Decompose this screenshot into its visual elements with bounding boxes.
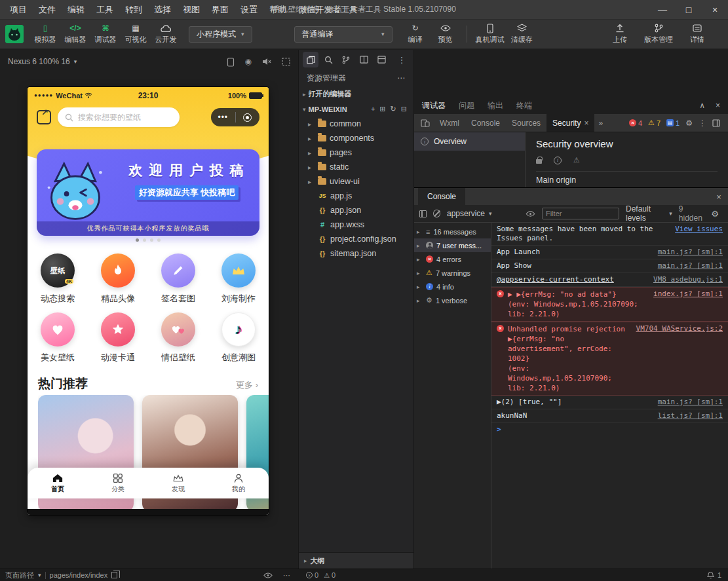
- capsule-menu-button[interactable]: •••: [211, 113, 235, 122]
- console-prompt[interactable]: >: [491, 423, 728, 436]
- console-message[interactable]: akunNaN list.js? [sm]:1: [491, 409, 728, 423]
- grid-item-beauty[interactable]: 美女壁纸: [28, 309, 88, 367]
- details-button[interactable]: 详情: [682, 21, 712, 47]
- settings-gear-icon[interactable]: ⚙: [685, 119, 693, 128]
- menu-edit[interactable]: 编辑: [62, 0, 90, 19]
- devtools-tab-sources[interactable]: Sources: [506, 114, 546, 132]
- console-settings-icon[interactable]: ⚙: [711, 209, 723, 219]
- menu-goto[interactable]: 转到: [119, 0, 148, 19]
- clear-console-icon[interactable]: [433, 210, 440, 217]
- tree-item-sitemap[interactable]: {}sitemap.json: [299, 246, 413, 261]
- console-message[interactable]: App Show main.js? [sm]:1: [491, 259, 728, 273]
- grid-item-signatures[interactable]: 签名套图: [148, 250, 208, 309]
- menu-interface[interactable]: 界面: [206, 0, 235, 19]
- cloud-dev-button[interactable]: 云开发: [151, 21, 181, 47]
- search-icon[interactable]: [320, 52, 336, 67]
- tab-categories[interactable]: 分类: [88, 468, 148, 498]
- tab-problems[interactable]: 问题: [459, 100, 474, 111]
- menu-settings[interactable]: 设置: [235, 0, 263, 19]
- tree-item-uview-ui[interactable]: ▸uview-ui: [299, 174, 413, 189]
- view-issues-link[interactable]: View issues: [675, 225, 723, 234]
- clear-cache-button[interactable]: 清缓存: [507, 21, 537, 47]
- console-drawer-tab[interactable]: Console: [418, 188, 465, 205]
- mute-icon[interactable]: [262, 58, 271, 66]
- explorer-more-icon[interactable]: ⋯: [397, 73, 406, 83]
- tab-debugger[interactable]: 调试器: [422, 100, 446, 111]
- compile-button[interactable]: ↻ 编译: [400, 21, 431, 47]
- tree-item-components[interactable]: ▸components: [299, 131, 413, 145]
- tree-item-project-config[interactable]: {}project.config.json: [299, 232, 413, 246]
- filter-info[interactable]: ▸i4 info: [414, 280, 491, 293]
- tree-item-app-wxss[interactable]: #app.wxss: [299, 217, 413, 232]
- grid-item-dynamic-search[interactable]: 壁纸4K 动态搜索: [28, 250, 88, 309]
- split-editor-icon[interactable]: [356, 52, 372, 67]
- version-control-button[interactable]: 版本管理: [642, 21, 676, 47]
- console-message[interactable]: @appservice-current-context VM8 asdebug.…: [491, 273, 728, 287]
- console-message[interactable]: ▶(2) [true, ""] main.js? [sm]:1: [491, 396, 728, 409]
- grid-item-bangs[interactable]: 刘海制作: [208, 250, 269, 309]
- source-link[interactable]: main.js? [sm]:1: [658, 248, 723, 257]
- mode-select[interactable]: 小程序模式 ▾: [189, 26, 252, 43]
- rotate-device-icon[interactable]: [227, 57, 235, 67]
- outline-section[interactable]: ▸ 大纲: [299, 552, 413, 569]
- problem-counts[interactable]: ×0 ⚠0: [306, 569, 335, 581]
- debugger-button[interactable]: ⌘ 调试器: [90, 21, 121, 47]
- devtools-tab-wxml[interactable]: Wxml: [434, 114, 465, 132]
- visualize-button[interactable]: ▦ 可视化: [121, 21, 151, 47]
- security-overview-item[interactable]: i Overview: [414, 132, 525, 151]
- compile-mode-select[interactable]: 普通编译 ▾: [294, 26, 393, 43]
- devtools-tab-console[interactable]: Console: [465, 114, 506, 132]
- more-icon[interactable]: ⋯: [283, 571, 290, 580]
- simulator-button[interactable]: ▯ 模拟器: [30, 21, 60, 47]
- close-drawer-icon[interactable]: ×: [710, 192, 728, 202]
- new-folder-icon[interactable]: ⊞: [379, 105, 385, 113]
- project-section[interactable]: ▾ MP-WEIXIN + ⊞ ↻ ⊟: [299, 102, 413, 117]
- source-link[interactable]: main.js? [sm]:1: [658, 398, 723, 407]
- more-link[interactable]: 更多 ›: [236, 379, 258, 391]
- device-toolbar-icon[interactable]: [417, 119, 434, 127]
- eye-icon[interactable]: [263, 572, 273, 578]
- grid-item-creative[interactable]: ♪ 创意潮图: [208, 309, 269, 367]
- record-icon[interactable]: ◉: [245, 57, 252, 66]
- devtools-kebab-icon[interactable]: ⋮: [699, 119, 706, 128]
- devtools-tab-security[interactable]: Security ×: [546, 114, 594, 132]
- console-message[interactable]: Some messages have been moved to the Iss…: [491, 223, 728, 246]
- source-link[interactable]: main.js? [sm]:1: [658, 261, 723, 271]
- context-selector[interactable]: appservice ▾: [447, 209, 519, 218]
- minimize-button[interactable]: —: [649, 0, 676, 19]
- collapse-panel-icon[interactable]: [374, 52, 389, 67]
- page-path-selector[interactable]: 页面路径: [5, 571, 34, 580]
- close-button[interactable]: ×: [702, 0, 728, 19]
- preview-button[interactable]: 预览: [431, 21, 461, 47]
- tab-profile[interactable]: 我的: [208, 468, 269, 498]
- source-link[interactable]: VM704 WAService.js:2: [636, 324, 723, 333]
- tab-discover[interactable]: 发现: [148, 468, 208, 498]
- menu-file[interactable]: 文件: [33, 0, 62, 19]
- filter-all-messages[interactable]: ▸≡16 messages: [414, 225, 491, 238]
- grid-item-couple[interactable]: 情侣壁纸: [148, 309, 208, 367]
- grid-item-avatars[interactable]: 精品头像: [88, 250, 148, 309]
- console-filter-input[interactable]: [542, 208, 619, 219]
- editor-button[interactable]: </> 编辑器: [60, 21, 90, 47]
- share-icon[interactable]: [37, 110, 51, 124]
- filter-user-messages[interactable]: ▸7 user mess...: [414, 238, 491, 252]
- upload-button[interactable]: 上传: [605, 21, 635, 47]
- close-tab-icon[interactable]: ×: [584, 119, 588, 128]
- console-sidebar-toggle-icon[interactable]: [419, 210, 427, 217]
- new-file-icon[interactable]: +: [371, 105, 375, 113]
- filter-warnings[interactable]: ▸⚠7 warnings: [414, 266, 491, 280]
- tab-output[interactable]: 输出: [488, 100, 503, 111]
- source-link[interactable]: VM8 asdebug.js:1: [653, 275, 723, 284]
- grid-item-anime[interactable]: 动漫卡通: [88, 309, 148, 367]
- open-editors-section[interactable]: ▸ 打开的编辑器: [299, 86, 413, 102]
- error-badge[interactable]: ×4: [629, 119, 642, 127]
- tree-item-app-js[interactable]: JSapp.js: [299, 189, 413, 203]
- maximize-button[interactable]: □: [676, 0, 702, 19]
- collapse-all-icon[interactable]: ⊟: [401, 105, 407, 113]
- menu-project[interactable]: 项目: [4, 0, 33, 19]
- console-error-message[interactable]: × ▶ ▶{errMsg: "no ad data"} (env: Window…: [491, 287, 728, 322]
- screenshot-icon[interactable]: [282, 58, 290, 66]
- submission-banner[interactable]: 欢 迎 用 户 投 稿 好资源就应共享 快投稿吧 优秀作品可获得本小程序发放的奖…: [37, 149, 259, 236]
- remote-debug-button[interactable]: 真机调试: [473, 21, 507, 47]
- tab-overflow-icon[interactable]: »: [594, 119, 607, 128]
